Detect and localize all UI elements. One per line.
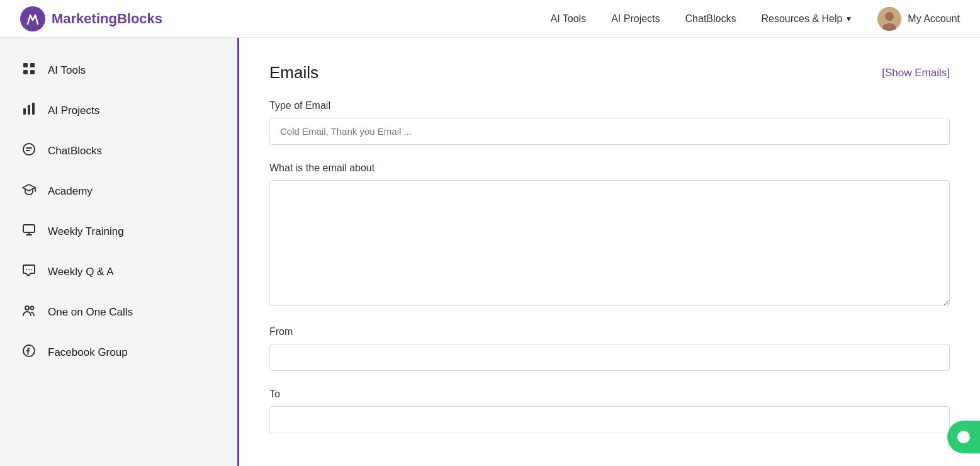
svg-rect-10	[32, 103, 35, 115]
svg-point-18	[25, 306, 29, 310]
svg-marker-12	[23, 185, 35, 191]
what-about-label: What is the email about	[269, 162, 950, 174]
sidebar: AI Tools AI Projects ChatBlocks	[0, 38, 239, 466]
sidebar-item-academy[interactable]: Academy	[0, 171, 237, 212]
svg-rect-4	[23, 63, 28, 67]
svg-point-15	[28, 269, 30, 270]
sidebar-item-one-on-one[interactable]: One on One Calls	[0, 292, 237, 332]
svg-point-19	[31, 307, 34, 310]
account-label: My Account	[908, 13, 960, 25]
sidebar-item-weekly-qa[interactable]: Weekly Q & A	[0, 252, 237, 292]
layout: AI Tools AI Projects ChatBlocks	[0, 38, 980, 466]
type-of-email-input[interactable]	[269, 118, 950, 145]
graduation-cap-icon	[20, 183, 38, 200]
nav-links: AI Tools AI Projects ChatBlocks Resource…	[551, 7, 960, 31]
what-about-textarea[interactable]	[269, 180, 950, 306]
page-title: Emails	[269, 63, 318, 82]
chat-icon	[20, 142, 38, 160]
what-about-group: What is the email about	[269, 162, 950, 309]
sidebar-label-academy: Academy	[48, 185, 93, 198]
section-header: Emails [Show Emails]	[269, 63, 950, 82]
sidebar-item-ai-projects[interactable]: AI Projects	[0, 91, 237, 131]
floating-action-button[interactable]	[947, 421, 980, 453]
from-input[interactable]	[269, 344, 950, 371]
nav-chatblocks[interactable]: ChatBlocks	[685, 13, 736, 25]
main-content: Emails [Show Emails] Type of Email What …	[239, 38, 980, 466]
logo-icon	[20, 6, 45, 31]
svg-rect-6	[23, 70, 28, 74]
svg-rect-7	[30, 70, 35, 74]
svg-point-16	[26, 269, 27, 270]
bar-chart-icon	[20, 102, 38, 120]
chat-bubble-icon	[20, 263, 38, 281]
sidebar-label-ai-projects: AI Projects	[48, 105, 99, 117]
logo[interactable]: MarketingBlocks	[20, 6, 162, 31]
facebook-icon	[20, 344, 38, 361]
chevron-down-icon: ▼	[845, 14, 852, 23]
people-icon	[20, 304, 38, 321]
show-emails-link[interactable]: [Show Emails]	[882, 67, 950, 79]
type-of-email-label: Type of Email	[269, 100, 950, 111]
to-label: To	[269, 389, 950, 400]
from-group: From	[269, 326, 950, 371]
from-label: From	[269, 326, 950, 338]
sidebar-label-facebook-group: Facebook Group	[48, 346, 128, 359]
sidebar-label-ai-tools: AI Tools	[48, 64, 86, 77]
account-area[interactable]: My Account	[877, 7, 960, 31]
type-of-email-group: Type of Email	[269, 100, 950, 145]
avatar	[877, 7, 901, 31]
sidebar-item-weekly-training[interactable]: Weekly Training	[0, 212, 237, 252]
svg-rect-8	[23, 108, 26, 115]
monitor-icon	[20, 223, 38, 241]
floating-action-icon	[957, 431, 970, 443]
nav-ai-tools[interactable]: AI Tools	[551, 13, 587, 25]
grid-icon	[20, 62, 38, 79]
svg-point-11	[23, 144, 35, 155]
to-input[interactable]	[269, 406, 950, 433]
sidebar-label-weekly-qa: Weekly Q & A	[48, 266, 114, 278]
to-group: To	[269, 389, 950, 433]
sidebar-item-chatblocks[interactable]: ChatBlocks	[0, 131, 237, 171]
sidebar-label-weekly-training: Weekly Training	[48, 225, 124, 238]
sidebar-item-ai-tools[interactable]: AI Tools	[0, 50, 237, 91]
svg-point-17	[31, 269, 32, 270]
svg-rect-14	[23, 225, 35, 232]
svg-rect-5	[30, 63, 35, 67]
nav-ai-projects[interactable]: AI Projects	[611, 13, 660, 25]
topnav: MarketingBlocks AI Tools AI Projects Cha…	[0, 0, 980, 38]
nav-resources-help[interactable]: Resources & Help ▼	[761, 13, 852, 25]
sidebar-label-chatblocks: ChatBlocks	[48, 145, 102, 157]
sidebar-label-one-on-one: One on One Calls	[48, 306, 133, 319]
svg-point-2	[885, 12, 894, 21]
svg-rect-9	[28, 105, 30, 115]
logo-text: MarketingBlocks	[52, 11, 162, 27]
sidebar-item-facebook-group[interactable]: Facebook Group	[0, 332, 237, 373]
